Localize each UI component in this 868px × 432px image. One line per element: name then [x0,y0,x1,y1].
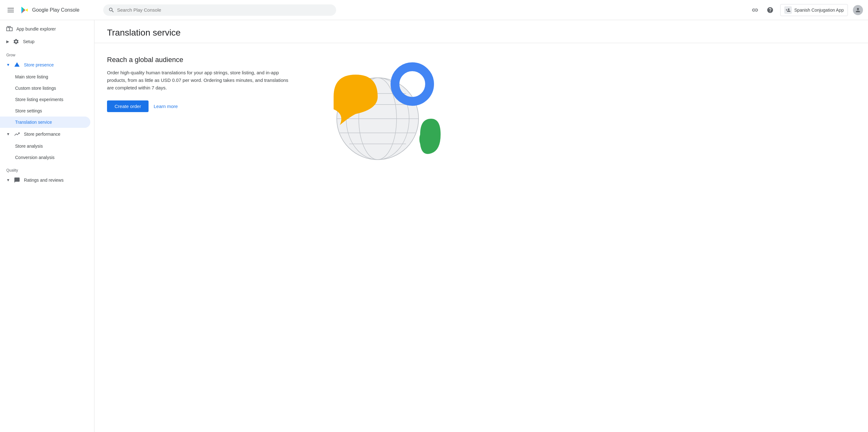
sidebar-item-app-bundle-explorer[interactable]: App bundle explorer [0,23,90,35]
sidebar-label-app-bundle-explorer: App bundle explorer [17,26,56,31]
sidebar-label-ratings-reviews: Ratings and reviews [24,178,64,183]
sidebar-label-store-listing-experiments: Store listing experiments [15,97,63,102]
svg-point-10 [395,67,430,102]
search-input[interactable] [117,7,331,12]
main-content: Translation service Reach a global audie… [94,20,868,432]
sidebar-label-setup: Setup [23,39,35,44]
sidebar-label-translation-service: Translation service [15,120,52,125]
topnav-right: Spanish Conjugation App [750,4,863,16]
globe-svg [308,56,441,163]
app-name-label: Spanish Conjugation App [794,7,844,12]
menu-icon[interactable] [5,5,17,15]
link-icon[interactable] [750,5,760,15]
sidebar-label-store-analysis: Store analysis [15,144,43,149]
main-layout: App bundle explorer ▶ Setup Grow ▼ Store… [0,20,868,432]
sidebar-item-conversion-analysis[interactable]: Conversion analysis [0,152,90,163]
search-icon [108,7,115,13]
section-title: Reach a global audience [107,56,296,64]
sidebar-item-translation-service[interactable]: Translation service [0,116,90,128]
page-text-area: Reach a global audience Order high-quali… [107,56,296,112]
expand-store-performance-icon: ▼ [6,132,10,136]
sidebar-item-store-settings[interactable]: Store settings [0,105,90,116]
sidebar-label-store-performance: Store performance [24,132,60,137]
search-bar[interactable] [103,4,336,16]
actions-area: Create order Learn more [107,100,296,112]
expand-store-presence-icon: ▼ [6,63,10,67]
sidebar-item-ratings-reviews[interactable]: ▼ Ratings and reviews [0,174,90,186]
translation-illustration [308,56,441,163]
sidebar-label-conversion-analysis: Conversion analysis [15,155,55,160]
sidebar-item-store-presence[interactable]: ▼ Store presence [0,59,90,71]
logo-area: Google Play Console [20,5,79,15]
expand-ratings-icon: ▼ [6,178,10,182]
sidebar-item-setup[interactable]: ▶ Setup [0,35,90,48]
quality-section-label: Quality [0,163,94,174]
sidebar: App bundle explorer ▶ Setup Grow ▼ Store… [0,20,94,432]
bundle-icon [6,26,12,32]
help-icon[interactable] [765,5,775,15]
page-body: Reach a global audience Order high-quali… [94,43,868,175]
sidebar-label-store-settings: Store settings [15,108,42,113]
sidebar-item-store-listing-experiments[interactable]: Store listing experiments [0,94,90,105]
app-selector[interactable]: Spanish Conjugation App [780,4,848,16]
topnav: Google Play Console Spanish Conjugation … [0,0,868,20]
sidebar-item-store-performance[interactable]: ▼ Store performance [0,128,90,140]
store-presence-icon [14,62,20,68]
sidebar-item-custom-store-listings[interactable]: Custom store listings [0,83,90,94]
learn-more-link[interactable]: Learn more [154,104,178,109]
settings-icon [13,38,19,45]
app-icon [784,6,792,14]
sidebar-label-custom-store-listings: Custom store listings [15,86,56,91]
google-play-logo-icon [20,5,30,15]
expand-setup-icon: ▶ [6,39,9,44]
chart-icon [14,131,20,137]
create-order-button[interactable]: Create order [107,100,149,112]
topnav-left: Google Play Console [5,5,99,15]
page-header: Translation service [94,20,868,43]
section-desc: Order high-quality human translations fo… [107,69,296,92]
sidebar-label-main-store-listing: Main store listing [15,74,48,79]
user-avatar[interactable] [853,5,863,15]
sidebar-label-store-presence: Store presence [24,62,54,67]
page-title: Translation service [107,28,856,38]
logo-text: Google Play Console [32,7,79,13]
reviews-icon [14,177,20,183]
sidebar-item-main-store-listing[interactable]: Main store listing [0,71,90,83]
grow-section-label: Grow [0,48,94,59]
sidebar-item-store-analysis[interactable]: Store analysis [0,140,90,152]
